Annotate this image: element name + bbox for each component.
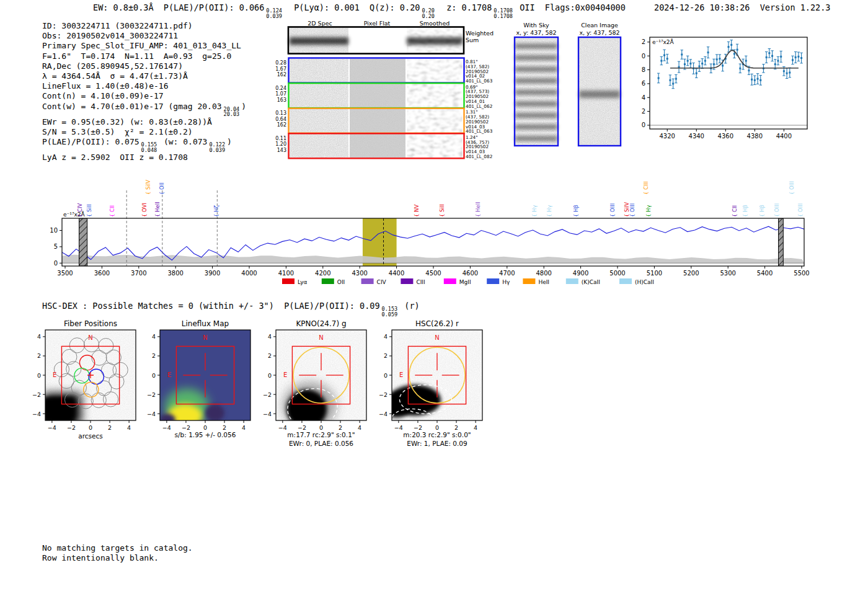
cutout-caption: m:17.7 rc:2.9" s:0.1" [287,431,355,438]
line-annotation-OIII: { OIII [774,203,780,217]
legend-swatch [282,278,294,284]
cutout-xtick: −2 [414,424,422,431]
cutout-caption: m:20.3 rc:2.9" s:0.0" [403,431,471,438]
line-annotation-CII: { CII [109,205,115,217]
spectral-line-annotations: { CIV{ SiII{ CII{ OVI{ SiIV{ HeII{ OII{ … [77,180,803,217]
legend-label: HeII [538,279,549,285]
line-annotation-Hγ: { Hγ [645,205,652,217]
spectrum-ytick: 0 [54,260,58,267]
info-line: Cont(n) = 4.10(±0.09)e-17 [42,91,309,101]
spectrum-xtick: 4500 [425,270,441,277]
full-spectrum-chart: 3500360037003800390040004100420043004400… [34,162,837,288]
cutout-ytick: −4 [379,411,388,417]
cutout-ytick: 2 [384,352,388,359]
cutout-xtick: 4 [242,424,246,431]
line-annotation-OVI: { OVI [141,203,148,217]
cutout-image [160,330,250,427]
spec2d-row-left-label: 1.67 [275,66,286,72]
info-hi-lo: 20.0420.03 [224,107,240,117]
compass-north: N [319,334,323,341]
info-text: EWr = 0.95(±0.32) (w: 0.83(±0.28))Å [42,117,212,127]
spec2d-row-left-label: 0.24 [275,86,286,91]
legend-label: CIII [416,279,425,285]
fitchart-xtick: 4400 [776,133,792,138]
compass-north: N [88,334,92,341]
cutout-ytick: −2 [147,391,156,398]
legend-label: Lyα [298,279,308,285]
cutout-ytick: −4 [147,411,156,417]
cutout-xtick: 0 [435,424,439,431]
cutout-xtick: 2 [339,424,342,431]
spec2d-row-left-label: 0.64 [275,117,286,122]
line-annotation-CIV: { CIV [77,203,83,217]
spectrum-xtick: 5500 [794,270,809,277]
weighted-sum-label: Weighted [466,30,494,37]
cutout-ytick: 4 [37,333,41,340]
compass-north: N [435,334,439,341]
compass-east: E [399,371,403,378]
cutout-xtick: 2 [223,424,226,431]
legend-swatch [322,278,334,284]
info-hi-lo: 0.1550.048 [141,142,157,153]
hsc-text: HSC-DEX : Possible Matches = 0 (within +… [42,301,380,311]
cutout-ytick: 0 [268,372,272,379]
footer-line-2: Row intentionally blank. [42,553,193,563]
line-annotation-SiII: { SiII [86,204,92,217]
cutout-xtick: −4 [162,424,171,431]
cutout-title: Lineflux Map [182,319,229,328]
fitchart-ytick: 2 [642,108,645,115]
sky-panel-title: With Sky [523,22,549,29]
header-text: EW: 0.8±0.3Å P(LAE)/P(OII): 0.066 [93,2,264,12]
cutout-xtick: 0 [89,424,92,431]
spec2d-image-row [290,109,463,132]
cutout-ytick: 0 [152,372,156,379]
cutout-title: HSC(26.2) r [415,319,459,328]
spectrum-xtick: 5200 [683,270,699,277]
header-hi-lo: 0.1240.039 [266,8,282,19]
spectrum-xtick: 3900 [205,270,220,277]
spectrum-xtick: 5000 [609,270,625,277]
info-text: Cont(n) = 4.10(±0.09)e-17 [42,91,164,100]
cutout-xtick: −2 [298,424,306,431]
info-line: LyA z = 2.5902 OII z = 0.1708 [42,153,309,162]
info-text: Primary Spec_Slot_IFU_AMP: 401_013_043_L… [42,41,241,50]
line-annotation-OIII: { OIII [797,203,804,217]
spec2d-row-right-label: 401_LL_082 [466,154,492,159]
spectrum-xtick: 5300 [720,270,735,277]
cutout-ytick: −2 [32,391,41,398]
info-text: ID: 3003224711 (3003224711.pdf) [42,21,193,30]
compass-east: E [167,371,171,378]
spec2d-image-row [290,135,463,158]
legend-label: CIV [377,279,387,285]
weighted-sum-label: Sum [466,37,479,43]
legend-label: Hγ [502,279,510,285]
info-text: Cont(w) = 4.70(±0.01)e-17 (gmag 20.03 [42,102,222,111]
line-annotation-HeII: { HeII [475,202,481,217]
info-line: RA,Dec (205.890945,52.176147) [42,61,309,71]
info-text: (w: 0.073 [159,137,207,146]
spectrum-xtick: 4200 [315,270,330,277]
spec2d-row-left-label: 162 [277,122,286,128]
cutout-ytick: −4 [263,411,272,417]
fitchart-xtick: 4380 [747,133,763,138]
info-line: F=1.6" T=0.174 N=1.11 A=0.93 g=25.0 [42,51,309,61]
line-annotation-OIII: { OIII [629,203,636,217]
spec2d-col-header: Smoothed [420,20,450,27]
legend-swatch [487,278,499,284]
cutout-ytick: 0 [37,372,41,379]
fitchart-xtick: 4360 [718,133,733,138]
spectrum-xtick: 5100 [647,270,662,277]
legend-swatch [444,278,456,284]
line-fit-chart: 02468101243204340436043804400e⁻¹⁷x2Å [642,30,846,138]
cutout-caption: s/b: 1.95 +/- 0.056 [175,431,236,438]
spec2d-image-row [290,28,463,53]
cutout-ytick: 2 [37,352,41,359]
cutout-xtick: 2 [108,424,112,431]
spec2d-row-right-label: 401_LL_063 [466,128,493,134]
info-line: Primary Spec_Slot_IFU_AMP: 401_013_043_L… [42,41,309,51]
line-annotation-Hβ: { Hβ [573,205,579,217]
legend-label: OII [337,279,345,285]
cutout-ytick: 4 [384,333,388,340]
line-annotation-OII: { OII [159,182,165,195]
cutout-xtick: −2 [67,424,76,431]
